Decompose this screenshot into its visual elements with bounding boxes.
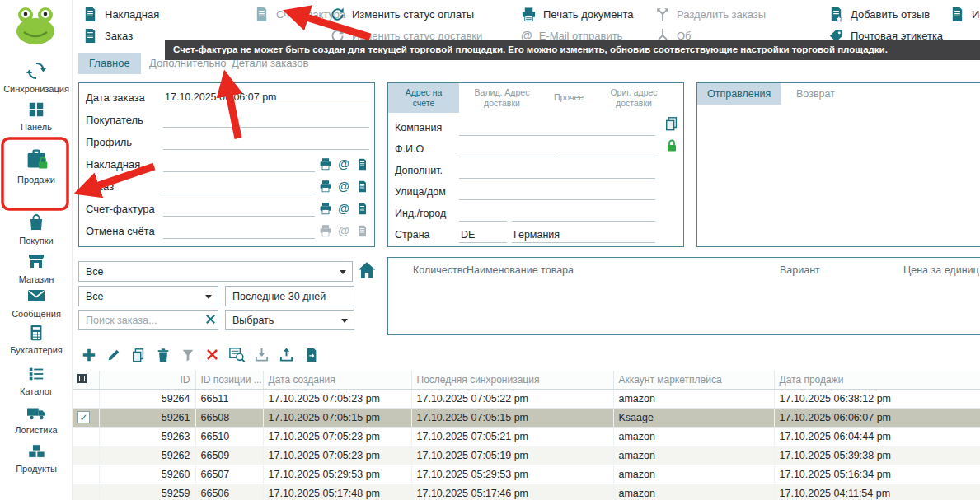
- toolbar-add-feedback-button[interactable]: Добавить отзыв: [828, 5, 930, 23]
- sidebar-item-sales[interactable]: Продажи: [0, 147, 73, 185]
- table-row[interactable]: ✓ 59259 66506 17.10.2025 05:17:48 pm 17.…: [73, 484, 980, 500]
- sidebar-item-store[interactable]: Магазин: [0, 251, 73, 284]
- home-filter-button[interactable]: [354, 259, 379, 282]
- table-row[interactable]: ✓ 59262 66509 17.10.2025 07:05:23 pm 17.…: [73, 446, 980, 465]
- status-filter-select[interactable]: Все: [78, 286, 218, 306]
- column-header-id[interactable]: ID: [99, 371, 195, 389]
- split-arrows-icon: [655, 7, 670, 21]
- import-button[interactable]: [251, 344, 272, 365]
- order-number-input[interactable]: [163, 179, 315, 194]
- buyer-input[interactable]: [163, 112, 369, 128]
- sidebar-item-logistics[interactable]: Логистика: [0, 404, 73, 435]
- sidebar-item-catalog[interactable]: Каталог: [0, 365, 73, 396]
- country-name-input[interactable]: [512, 227, 655, 243]
- toolbar-print-document-button[interactable]: Печать документа: [521, 5, 634, 23]
- sidebar-item-label: Магазин: [19, 274, 54, 284]
- printer-icon: [521, 7, 537, 22]
- profile-input[interactable]: [163, 134, 369, 150]
- delivery-note-input[interactable]: [163, 157, 315, 172]
- delivery-note-document-button[interactable]: [354, 157, 369, 171]
- app-logo[interactable]: [12, 5, 59, 46]
- street-house-input[interactable]: [459, 185, 655, 200]
- invoice-input[interactable]: [163, 201, 315, 217]
- country-code-input[interactable]: [459, 227, 507, 243]
- table-row[interactable]: ✓ 59261 66508 17.10.2025 07:05:15 pm 17.…: [73, 408, 980, 427]
- column-header-synced[interactable]: Последняя синхронизация: [411, 371, 613, 389]
- tab-returns[interactable]: Возврат: [786, 83, 845, 105]
- filter-button[interactable]: [177, 344, 198, 365]
- company-input[interactable]: [459, 120, 655, 136]
- invoice-document-button[interactable]: [354, 201, 369, 216]
- export-button[interactable]: [276, 344, 297, 365]
- zip-input[interactable]: [459, 206, 507, 222]
- sidebar-item-purchases[interactable]: Покупки: [0, 213, 73, 245]
- street-house-label: Улица/дом: [395, 186, 454, 198]
- column-header-account[interactable]: Аккаунт маркетплейса: [613, 371, 774, 389]
- sidebar-item-messages[interactable]: Сообщения: [0, 286, 73, 319]
- invoice-cancel-print-button[interactable]: [318, 223, 333, 238]
- search-table-button[interactable]: [227, 344, 247, 365]
- tab-shipments[interactable]: Отправления: [697, 83, 781, 105]
- toolbar-cut-button[interactable]: И: [950, 5, 979, 23]
- order-search-input[interactable]: [78, 310, 218, 330]
- toolbar-invoice-note-button[interactable]: Накладная: [82, 5, 159, 23]
- period-input[interactable]: [225, 286, 354, 306]
- add-button[interactable]: [78, 344, 99, 365]
- tab-other[interactable]: Прочее: [545, 83, 593, 113]
- cell-position-id: 66508: [195, 408, 263, 427]
- toolbar-order-button[interactable]: Заказ: [82, 26, 133, 44]
- marketplace-filter-select[interactable]: Все: [78, 261, 353, 282]
- sidebar-item-dashboard[interactable]: Панель: [0, 100, 73, 132]
- invoice-print-button[interactable]: [318, 201, 333, 216]
- select-all-header[interactable]: [73, 371, 99, 389]
- tab-billing-address[interactable]: Адрес на счете: [388, 83, 459, 113]
- delivery-note-print-button[interactable]: [318, 157, 333, 171]
- delete-button[interactable]: [152, 344, 173, 365]
- column-header-position-id[interactable]: ID позиции ...: [195, 371, 263, 389]
- tab-original-shipping-address[interactable]: Ориг. адрес доставки: [593, 83, 675, 113]
- address-lock-icon[interactable]: [664, 138, 679, 152]
- column-header-created[interactable]: Дата создания: [263, 371, 411, 389]
- table-row[interactable]: ✓ 59264 66511 17.10.2025 07:05:23 pm 17.…: [73, 389, 980, 408]
- export-file-button[interactable]: [301, 344, 321, 365]
- delivery-note-email-button[interactable]: @: [336, 157, 351, 171]
- edit-button[interactable]: [103, 344, 124, 365]
- country-label: Страна: [395, 229, 454, 241]
- toolbar-change-payment-status-button[interactable]: Изменить статус оплаты: [330, 5, 474, 23]
- order-date-input[interactable]: [163, 90, 369, 105]
- toolbar-split-orders-button[interactable]: Разделить заказы: [655, 5, 766, 23]
- toolbar-label: Печать документа: [543, 8, 634, 21]
- cell-created: 17.10.2025 05:17:48 pm: [263, 484, 411, 500]
- table-row[interactable]: ✓ 59260 66507 17.10.2025 05:29:53 pm 17.…: [73, 465, 980, 484]
- additional-input[interactable]: [459, 163, 655, 179]
- sidebar-item-sync[interactable]: Синхронизация: [0, 61, 73, 94]
- sidebar-item-accounting[interactable]: Бухгалтерия: [0, 324, 73, 355]
- order-print-button[interactable]: [318, 179, 333, 194]
- cell-created: 17.10.2025 07:05:23 pm: [263, 446, 411, 465]
- column-header-sold[interactable]: Дата продажи: [774, 371, 980, 389]
- table-row[interactable]: ✓ 59263 66510 17.10.2025 07:05:23 pm 17.…: [73, 427, 980, 446]
- tab-valid-shipping-address[interactable]: Валид. Адрес доставки: [459, 83, 545, 113]
- sidebar-item-products[interactable]: Продукты: [0, 442, 73, 474]
- cell-id: 59263: [99, 427, 195, 446]
- cell-created: 17.10.2025 07:05:15 pm: [263, 408, 411, 427]
- invoice-cancel-email-button[interactable]: @: [336, 223, 351, 238]
- toolbar-label: Накладная: [105, 8, 159, 21]
- last-name-input[interactable]: [560, 142, 655, 157]
- clear-search-button[interactable]: [204, 313, 217, 325]
- sync-icon: [26, 61, 46, 81]
- choose-select[interactable]: Выбрать: [225, 310, 354, 330]
- sidebar: Синхронизация Панель Продажи Покупки Маг…: [0, 0, 73, 500]
- order-document-button[interactable]: [354, 179, 369, 194]
- invoice-email-button[interactable]: @: [336, 201, 351, 216]
- invoice-cancel-document-button[interactable]: [354, 223, 369, 238]
- first-name-input[interactable]: [459, 142, 555, 157]
- clear-filter-button[interactable]: [202, 344, 223, 365]
- city-input[interactable]: [512, 206, 655, 222]
- row-checkbox[interactable]: ✓: [77, 411, 90, 423]
- invoice-cancel-input[interactable]: [163, 223, 315, 239]
- copy-button[interactable]: [128, 344, 148, 365]
- copy-address-button[interactable]: [664, 116, 679, 131]
- tab-main[interactable]: Главное: [78, 53, 141, 74]
- order-email-button[interactable]: @: [336, 179, 351, 194]
